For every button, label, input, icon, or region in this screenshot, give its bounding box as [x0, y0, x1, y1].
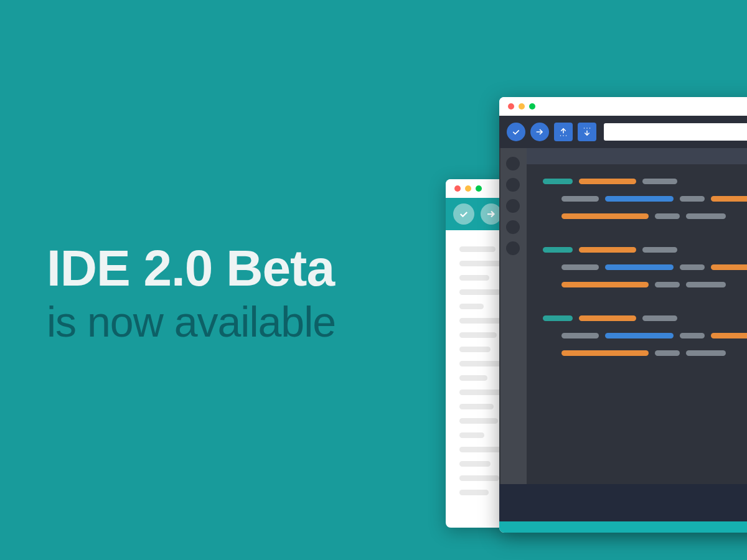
code-token: [711, 196, 747, 202]
verify-button[interactable]: [507, 123, 525, 141]
board-selector[interactable]: [604, 123, 747, 141]
serial-monitor-up-button[interactable]: [554, 123, 573, 141]
code-token: [543, 179, 573, 184]
toolbar-new: [499, 116, 747, 148]
arrow-up-dotted-icon: [558, 126, 569, 138]
minimize-icon[interactable]: [519, 103, 525, 110]
code-placeholder-line: [459, 289, 500, 295]
headline-main: IDE 2.0 Beta: [47, 243, 336, 294]
code-placeholder-line: [459, 461, 491, 467]
check-icon: [458, 208, 469, 220]
maximize-icon[interactable]: [529, 103, 535, 110]
sidebar-item[interactable]: [506, 178, 520, 192]
code-token: [561, 282, 649, 287]
code-placeholder-line: [459, 246, 496, 252]
code-placeholder-line: [459, 304, 484, 309]
arrow-down-dotted-icon: [581, 126, 593, 138]
minimize-icon[interactable]: [465, 185, 471, 192]
close-icon[interactable]: [508, 103, 514, 110]
code-placeholder-line: [459, 375, 487, 381]
svg-point-9: [590, 128, 591, 129]
svg-point-5: [566, 135, 567, 136]
code-placeholder-line: [459, 418, 498, 424]
code-placeholder-line: [459, 490, 489, 495]
code-token: [579, 315, 636, 321]
code-line: [527, 246, 747, 253]
code-token: [711, 264, 747, 270]
arrow-right-icon: [535, 127, 545, 137]
code-token: [561, 264, 599, 270]
code-placeholder-line: [459, 332, 497, 338]
svg-point-4: [563, 135, 564, 136]
code-token: [605, 264, 674, 270]
code-area[interactable]: [527, 164, 747, 484]
code-placeholder-line: [459, 361, 502, 366]
sidebar-item[interactable]: [506, 220, 520, 234]
code-token: [605, 196, 674, 202]
svg-point-3: [560, 135, 561, 136]
code-token: [642, 179, 677, 184]
code-token: [655, 282, 680, 287]
serial-monitor-down-button[interactable]: [578, 123, 596, 141]
upload-button[interactable]: [530, 123, 549, 141]
code-token: [686, 213, 726, 219]
code-token: [680, 333, 705, 338]
code-token: [579, 247, 636, 253]
headline-sub: is now available: [47, 297, 336, 346]
code-token: [655, 350, 680, 356]
code-token: [543, 247, 573, 253]
sidebar-item[interactable]: [506, 157, 520, 170]
check-icon: [511, 127, 521, 137]
code-token: [605, 333, 674, 338]
sidebar-item[interactable]: [506, 199, 520, 213]
titlebar-new: [499, 97, 747, 116]
main-area: [499, 148, 747, 484]
window-new-ide: [499, 97, 747, 533]
code-token: [680, 264, 705, 270]
code-line: [527, 281, 747, 287]
code-placeholder-line: [459, 275, 489, 281]
code-line: [527, 350, 747, 356]
tab-strip[interactable]: [527, 148, 747, 164]
code-line: [527, 195, 747, 202]
code-token: [686, 282, 726, 287]
upload-button[interactable]: [481, 203, 502, 225]
output-panel[interactable]: [499, 484, 747, 521]
sidebar-item[interactable]: [506, 241, 520, 255]
maximize-icon[interactable]: [476, 185, 482, 192]
code-placeholder-line: [459, 347, 491, 352]
status-bar: [499, 521, 747, 533]
code-placeholder-line: [459, 432, 484, 438]
code-token: [686, 350, 726, 356]
code-line: [527, 332, 747, 338]
code-line: [527, 178, 747, 184]
code-token: [561, 333, 599, 338]
editor-panel: [527, 148, 747, 484]
code-placeholder-line: [459, 475, 499, 481]
headline: IDE 2.0 Beta is now available: [47, 243, 336, 346]
code-token: [543, 315, 573, 321]
svg-point-7: [584, 128, 585, 129]
svg-point-8: [586, 128, 588, 129]
activity-sidebar: [499, 148, 527, 484]
code-token: [680, 196, 705, 202]
code-line: [527, 264, 747, 270]
code-token: [711, 333, 747, 338]
verify-button[interactable]: [453, 203, 474, 225]
arrow-right-icon: [486, 208, 497, 220]
code-placeholder-line: [459, 447, 504, 452]
code-token: [561, 350, 649, 356]
code-placeholder-line: [459, 404, 494, 409]
code-placeholder-line: [459, 318, 505, 324]
code-line: [527, 315, 747, 321]
code-token: [642, 247, 677, 253]
code-token: [561, 213, 649, 219]
code-token: [655, 213, 680, 219]
code-line: [527, 213, 747, 219]
code-token: [642, 315, 677, 321]
close-icon[interactable]: [454, 185, 461, 192]
code-token: [579, 179, 636, 184]
code-token: [561, 196, 599, 202]
